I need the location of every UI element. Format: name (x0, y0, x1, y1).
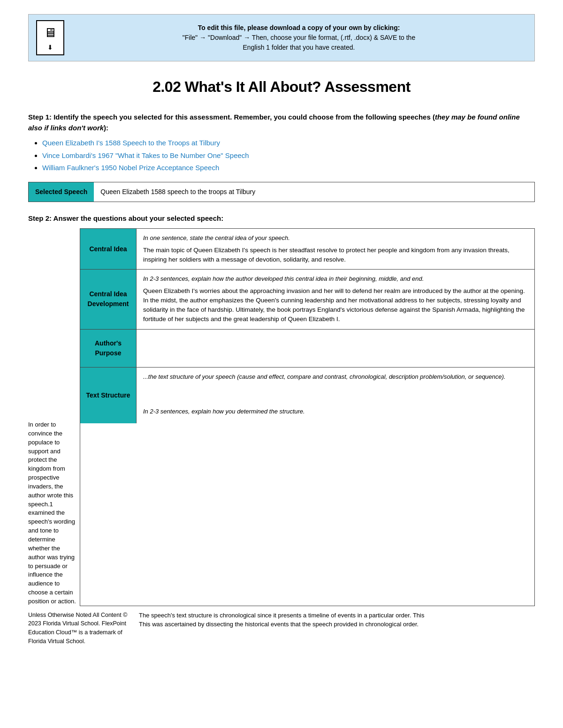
text-structure-prompt-partial: ...the text structure of your speech (ca… (143, 372, 528, 382)
central-idea-content: In one sentence, state the central idea … (137, 229, 534, 269)
structure-line1: The speech's text structure is chronolog… (139, 611, 535, 620)
speech-item-1[interactable]: Queen Elizabeth I's 1588 Speech to the T… (42, 138, 535, 149)
selected-speech-table: Selected Speech Queen Elizabeth 1588 spe… (28, 182, 535, 202)
central-idea-dev-header: Central Idea Development (80, 270, 137, 329)
step1-label-end: ): (104, 124, 108, 132)
speech-link-1[interactable]: Queen Elizabeth I's 1588 Speech to the T… (42, 139, 220, 147)
central-idea-dev-content: In 2-3 sentences, explain how the author… (137, 270, 534, 329)
banner-line1: To edit this file, please download a cop… (198, 24, 400, 31)
speech-link-3[interactable]: William Faulkner's 1950 Nobel Prize Acce… (42, 164, 219, 172)
monitor-icon: 🖥 (44, 23, 57, 43)
authors-purpose-header: Author's Purpose (80, 330, 137, 367)
authors-purpose-row: Author's Purpose (80, 330, 534, 368)
footer-content: Unless Otherwise Noted All Content © 202… (28, 611, 535, 646)
download-banner: 🖥 ⬇ To edit this file, please download a… (28, 14, 535, 61)
central-idea-text: The main topic of Queen Elizabeth I's sp… (143, 247, 510, 263)
banner-line2: "File" → "Download" → Then, choose your … (183, 34, 415, 41)
footer-left: Unless Otherwise Noted All Content © 202… (28, 611, 131, 646)
left-margin-text: In order to convince the populace to sup… (28, 228, 80, 606)
main-layout: In order to convince the populace to sup… (28, 228, 535, 606)
speech-link-2[interactable]: Vince Lombardi's 1967 "What it Takes to … (42, 151, 249, 159)
main-title: 2.02 What's It All About? Assessment (28, 75, 535, 98)
step2-label: Step 2: Answer the questions about your … (28, 213, 535, 224)
central-idea-dev-text: Queen Elizabeth I's worries about the ap… (143, 287, 525, 323)
step1-label-text: Step 1: Identify the speech you selected… (28, 113, 435, 121)
text-structure-content: ...the text structure of your speech (ca… (137, 368, 534, 424)
central-idea-row: Central Idea In one sentence, state the … (80, 229, 534, 270)
banner-line3: English 1 folder that you have created. (243, 44, 355, 51)
footer-right: The speech's text structure is chronolog… (139, 611, 535, 646)
speech-list: Queen Elizabeth I's 1588 Speech to the T… (28, 138, 535, 173)
central-idea-header: Central Idea (80, 229, 137, 269)
download-icon: 🖥 ⬇ (36, 20, 64, 55)
download-text: To edit this file, please download a cop… (71, 23, 527, 53)
text-structure-header: Text Structure (80, 368, 137, 424)
footer-section: Unless Otherwise Noted All Content © 202… (28, 611, 535, 646)
structure-line2: This was ascertained by dissecting the h… (139, 620, 535, 629)
text-structure-prompt2: In 2-3 sentences, explain how you determ… (143, 407, 528, 416)
central-idea-prompt: In one sentence, state the central idea … (143, 233, 528, 243)
selected-speech-value: Queen Elizabeth 1588 speech to the troop… (94, 182, 534, 202)
text-structure-row: Text Structure ...the text structure of … (80, 368, 534, 424)
assessment-table: Central Idea In one sentence, state the … (80, 228, 535, 606)
selected-speech-label: Selected Speech (29, 182, 94, 202)
speech-item-3[interactable]: William Faulkner's 1950 Nobel Prize Acce… (42, 163, 535, 173)
step1-label: Step 1: Identify the speech you selected… (28, 112, 535, 133)
speech-item-2[interactable]: Vince Lombardi's 1967 "What it Takes to … (42, 150, 535, 161)
authors-purpose-content (137, 330, 534, 367)
central-idea-dev-prompt: In 2-3 sentences, explain how the author… (143, 274, 528, 284)
central-idea-dev-row: Central Idea Development In 2-3 sentence… (80, 270, 534, 330)
copyright-text: Unless Otherwise Noted All Content © 202… (28, 612, 127, 645)
